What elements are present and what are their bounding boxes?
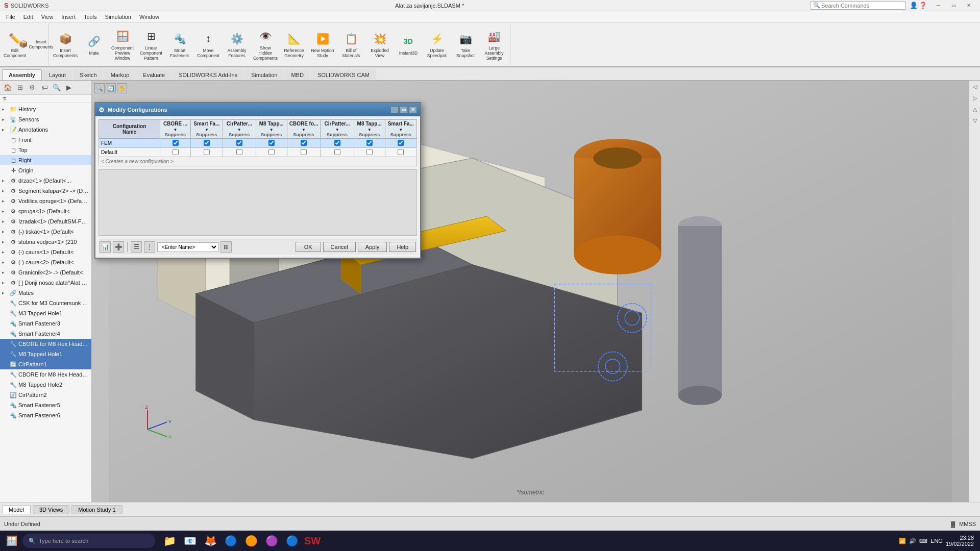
row-default-m8tapp1[interactable] [256,148,287,157]
row-fem-cirpat1[interactable] [223,139,256,148]
instant3d-btn[interactable]: 3D Instant3D [395,27,422,62]
fem-cirpat1-check[interactable] [236,140,242,146]
tree-item-10[interactable]: ▸ ⚙ cpruga<1> (Default< [0,206,91,216]
mate-btn[interactable]: 🔗 Mate [80,27,108,62]
menu-item-insert[interactable]: Insert [57,11,80,22]
menu-item-simulation[interactable]: Simulation [101,11,135,22]
tree-item-13[interactable]: ▸ ⚙ stubna vodjica<1> (210 [0,237,91,247]
tree-item-8[interactable]: ▸ ⚙ Segment kalupa<2> -> (Defau... [0,186,91,196]
tree-item-12[interactable]: ▸ ⚙ (-) tiskac<1> (Default< [0,227,91,237]
config-name-select[interactable]: <Enter Name> [157,242,218,252]
show-hidden-btn[interactable]: 👁️ Show Hidden Components [252,26,279,63]
tree-item-29[interactable]: 🔩 Smart Fastener5 [0,400,91,410]
tree-item-7[interactable]: ▸ ⚙ drzac<1> (Default<... [0,176,91,186]
tree-item-30[interactable]: 🔩 Smart Fastener6 [0,410,91,420]
tree-item-14[interactable]: ▸ ⚙ (-) caura<1> (Default< [0,247,91,257]
panel-arrow-btn[interactable]: ▶ [63,82,75,93]
take-snapshot-btn[interactable]: 📷 Take Snapshot [452,27,479,62]
fem-smartfa2-check[interactable] [398,140,404,146]
exploded-view-btn[interactable]: 💥 Exploded View [366,27,394,62]
default-cbore1-check[interactable] [173,149,179,155]
tree-item-27[interactable]: 🔧 M8 Tapped Hole2 [0,380,91,390]
col-header-cbore1[interactable]: CBORE ... ▼ Suppress [160,120,191,139]
fem-cbore2-check[interactable] [301,140,307,146]
row-fem-smartfa1[interactable] [191,139,223,148]
tab-assembly[interactable]: Assembly [2,69,42,80]
dialog-tool-cols-btn[interactable]: ⋮ [144,241,155,253]
dialog-tool-add-btn[interactable]: ➕ [113,241,124,253]
tree-item-11[interactable]: ▸ ⚙ Izradak<1> (DefaultSM-FLAT-F... [0,216,91,227]
col-header-m8tapp2[interactable]: M8 Tapp... ▼ Suppress [354,120,385,139]
bottom-tab-motion-study-1[interactable]: Motion Study 1 [71,505,122,514]
tree-item-2[interactable]: ▸ 📝 Annotations [0,124,91,135]
close-btn[interactable]: ✕ [962,1,976,10]
tab-simulation[interactable]: Simulation [244,69,284,80]
tree-item-0[interactable]: ▸ 📁 History [0,104,91,114]
restore-btn[interactable]: ▭ [946,1,961,10]
tree-item-24[interactable]: 🔧 M8 Tapped Hole1 [0,349,91,359]
tree-item-1[interactable]: ▸ 📡 Sensors [0,114,91,124]
dialog-tool-grid-btn[interactable]: ⊞ [220,241,232,253]
dialog-close-btn[interactable]: ✕ [409,106,417,113]
menu-item-window[interactable]: Window [135,11,163,22]
row-default-cbore1[interactable] [160,148,191,157]
fem-cirpat2-check[interactable] [334,140,340,146]
assembly-features-btn[interactable]: ⚙️ Assembly Features [223,27,251,62]
update-speedpak-btn[interactable]: ⚡ Update Speedpak [423,27,451,62]
right-icon-2[interactable]: ▷ [970,93,980,103]
row-default-smartfa2[interactable] [385,148,417,157]
panel-settings-btn[interactable]: ⚙ [27,82,38,93]
bill-materials-btn[interactable]: 📋 Bill of Materials [337,27,365,62]
tree-item-28[interactable]: 🔄 CirPattern2 [0,390,91,400]
fem-smartfa1-check[interactable] [204,140,210,146]
help-icon[interactable]: ❓ [919,2,927,9]
table-row-fem[interactable]: FEM [99,139,417,148]
table-row-new-config[interactable]: < Creates a new configuration > [99,157,417,166]
user-icon[interactable]: 👤 [910,2,918,9]
fem-m8tapp2-check[interactable] [366,140,373,146]
dialog-restore-btn[interactable]: ▭ [400,106,408,113]
default-m8tapp1-check[interactable] [268,149,275,155]
menu-item-tools[interactable]: Tools [80,11,101,22]
default-smartfa2-check[interactable] [398,149,404,155]
insert-components-big-btn[interactable]: 📦 Insert Components [52,27,79,62]
row-fem-m8tapp1[interactable] [256,139,287,148]
menu-item-view[interactable]: View [37,11,58,22]
tab-mbd[interactable]: MBD [284,69,310,80]
insert-components-btn[interactable]: 📦 Insert Components [27,34,46,55]
large-assembly-btn[interactable]: 🏭 Large Assembly Settings [480,26,508,63]
tree-item-18[interactable]: ▸ 🔗 Mates [0,288,91,298]
row-default-cirpat1[interactable] [223,148,256,157]
ok-btn[interactable]: OK [296,242,321,252]
col-header-smartfa1[interactable]: Smart Fa... ▼ Suppress [191,120,223,139]
default-cbore2-check[interactable] [301,149,307,155]
tree-item-9[interactable]: ▸ ⚙ Vodilica opruge<1> (Default<<... [0,196,91,206]
pan-btn[interactable]: ✋ [117,83,127,93]
bottom-tab-model[interactable]: Model [2,505,31,514]
panel-grid-btn[interactable]: ⊞ [14,82,26,93]
row-default-smartfa1[interactable] [191,148,223,157]
right-icon-1[interactable]: ◁ [970,82,980,92]
col-header-cirpat2[interactable]: CirPatter... ▼ Suppress [321,120,354,139]
tree-item-5[interactable]: ◻ Right [0,155,91,165]
right-icon-4[interactable]: ▽ [970,115,980,126]
tab-markup[interactable]: Markup [104,69,136,80]
help-btn[interactable]: Help [389,242,416,252]
taskbar-app-2[interactable]: 📧 [181,532,199,550]
default-cirpat1-check[interactable] [236,149,242,155]
taskbar-app-firefox[interactable]: 🦊 [201,532,219,550]
start-btn[interactable]: 🪟 [2,532,21,550]
tree-item-21[interactable]: 🔩 Smart Fastener3 [0,318,91,329]
tab-layout[interactable]: Layout [42,69,72,80]
tree-item-23[interactable]: 🔧 CBORE for M8 Hex Head Bolt1 [0,339,91,349]
row-fem-m8tapp2[interactable] [354,139,385,148]
fem-m8tapp1-check[interactable] [268,140,275,146]
col-header-smartfa2[interactable]: Smart Fa... ▼ Suppress [385,120,417,139]
tree-item-15[interactable]: ▸ ⚙ (-) caura<2> (Default< [0,257,91,267]
ref-geometry-btn[interactable]: 📐 Reference Geometry [280,27,308,62]
table-row-default[interactable]: Default [99,148,417,157]
tab-sketch[interactable]: Sketch [73,69,104,80]
taskbar-app-viber[interactable]: 🟣 [262,532,281,550]
row-default-cbore2[interactable] [287,148,321,157]
tree-item-4[interactable]: ◻ Top [0,145,91,155]
